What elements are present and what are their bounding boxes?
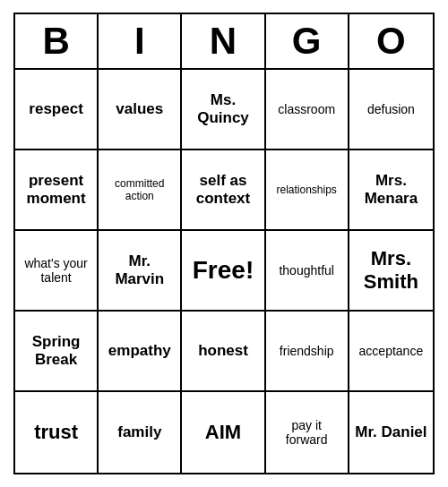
cell-text: Mrs. Menara xyxy=(353,172,429,208)
bingo-cell: family xyxy=(99,392,182,473)
bingo-cell: Mrs. Menara xyxy=(349,150,433,231)
bingo-card: BINGO respectvaluesMs. Quincyclassroomde… xyxy=(13,13,435,474)
bingo-grid: respectvaluesMs. Quincyclassroomdefusion… xyxy=(15,70,433,473)
bingo-cell: defusion xyxy=(349,70,433,150)
bingo-cell: friendship xyxy=(266,312,349,392)
cell-text: committed action xyxy=(102,177,177,202)
bingo-cell: Mr. Daniel xyxy=(349,392,433,473)
bingo-cell: values xyxy=(99,70,182,150)
cell-text: AIM xyxy=(205,421,241,444)
cell-text: pay it forward xyxy=(270,418,344,447)
bingo-cell: self as context xyxy=(182,150,265,231)
bingo-letter: G xyxy=(266,14,349,68)
bingo-cell: empathy xyxy=(99,312,182,392)
bingo-header: BINGO xyxy=(15,14,433,70)
cell-text: what's your talent xyxy=(19,256,93,285)
bingo-cell: committed action xyxy=(99,150,182,231)
bingo-cell: thoughtful xyxy=(266,231,349,312)
bingo-cell: Ms. Quincy xyxy=(182,70,265,150)
cell-text: thoughtful xyxy=(279,263,334,278)
cell-text: Mr. Marvin xyxy=(102,252,177,288)
bingo-cell: AIM xyxy=(182,392,265,473)
bingo-cell: Mr. Marvin xyxy=(99,231,182,312)
bingo-letter: O xyxy=(349,14,433,68)
bingo-letter: B xyxy=(15,14,99,68)
cell-text: values xyxy=(116,100,163,118)
bingo-cell: Mrs. Smith xyxy=(349,231,433,312)
bingo-cell: honest xyxy=(182,312,265,392)
bingo-letter: N xyxy=(182,14,265,68)
cell-text: defusion xyxy=(367,102,415,116)
cell-text: Mrs. Smith xyxy=(353,247,429,294)
cell-text: friendship xyxy=(280,344,334,358)
bingo-cell: respect xyxy=(15,70,99,150)
cell-text: relationships xyxy=(277,184,337,196)
cell-text: Mr. Daniel xyxy=(355,423,426,441)
bingo-cell: classroom xyxy=(266,70,349,150)
bingo-cell: what's your talent xyxy=(15,231,99,312)
cell-text: trust xyxy=(34,421,78,444)
bingo-letter: I xyxy=(99,14,182,68)
bingo-cell: pay it forward xyxy=(266,392,349,473)
bingo-cell: relationships xyxy=(266,150,349,231)
cell-text: self as context xyxy=(185,172,260,208)
cell-text: Spring Break xyxy=(19,333,93,369)
cell-text: empathy xyxy=(108,342,171,360)
bingo-cell: present moment xyxy=(15,150,99,231)
cell-text: present moment xyxy=(19,172,93,208)
cell-text: Free! xyxy=(193,256,254,285)
bingo-cell: trust xyxy=(15,392,99,473)
bingo-cell: Spring Break xyxy=(15,312,99,392)
cell-text: family xyxy=(117,423,161,441)
cell-text: honest xyxy=(198,342,248,360)
cell-text: Ms. Quincy xyxy=(185,91,260,127)
bingo-cell: Free! xyxy=(182,231,265,312)
cell-text: acceptance xyxy=(359,344,424,358)
bingo-cell: acceptance xyxy=(349,312,433,392)
cell-text: classroom xyxy=(278,102,335,116)
cell-text: respect xyxy=(29,100,82,118)
